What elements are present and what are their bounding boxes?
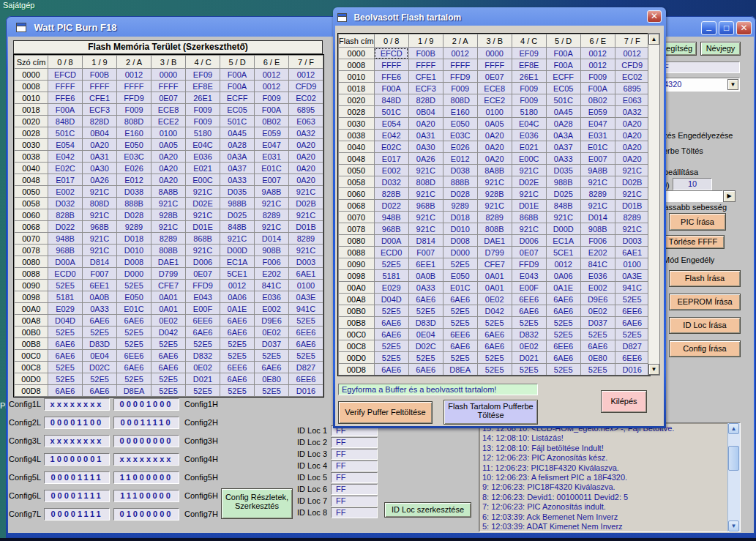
hex-cell[interactable]: 6AE6 (374, 364, 408, 376)
hex-cell[interactable]: D006 (186, 256, 220, 268)
hex-cell[interactable]: 948B (374, 212, 408, 223)
hex-cell[interactable]: 908B (255, 245, 289, 256)
hex-cell[interactable]: EFCD (374, 48, 408, 59)
idloc-field[interactable]: FF (331, 460, 378, 471)
hex-cell[interactable]: D022 (374, 200, 408, 212)
hex-cell[interactable]: 0A37 (220, 163, 255, 174)
main-window-titlebar[interactable]: Watt PIC Burn F18 (16, 20, 116, 34)
hex-cell[interactable]: 0012 (580, 48, 615, 59)
dialog-table-scrollbar[interactable]: ▲ ▼ (648, 33, 660, 376)
hex-cell[interactable]: D025 (546, 188, 580, 200)
hex-cell[interactable]: 0E02 (512, 340, 546, 352)
desktop-icon-label[interactable]: Sajátgép (3, 1, 34, 10)
hex-cell[interactable]: 6AE6 (48, 338, 83, 350)
hex-cell[interactable]: 0012 (255, 81, 289, 92)
hex-cell[interactable]: D01B (289, 221, 323, 233)
hex-cell[interactable]: 921C (289, 209, 323, 221)
scrollbar-thumb[interactable] (728, 446, 739, 471)
hex-cell[interactable]: 988B (220, 198, 255, 209)
pic-type-select[interactable]: 4320 ▼ (661, 78, 740, 92)
hex-cell[interactable]: E01C (117, 303, 151, 315)
hex-cell[interactable]: FFD9 (443, 71, 477, 83)
hex-cell[interactable]: F006 (580, 235, 615, 247)
hex-cell[interactable]: 0A1E (220, 303, 255, 315)
eeprom-write-button[interactable]: EEPROM Írása (669, 294, 741, 310)
scroll-down-icon[interactable]: ▼ (728, 521, 739, 531)
hex-cell[interactable]: D032 (48, 198, 83, 209)
hex-cell[interactable]: 6AE6 (408, 294, 443, 305)
hex-cell[interactable]: 0A45 (546, 106, 580, 118)
idloc-field[interactable]: FF (331, 437, 378, 448)
hex-cell[interactable]: EC05 (220, 104, 255, 116)
hex-cell[interactable]: E036 (186, 151, 220, 163)
hex-cell[interactable]: 921C (83, 209, 117, 221)
hex-cell[interactable]: 841C (255, 280, 289, 291)
hex-cell[interactable]: FFFF (408, 59, 443, 71)
hex-cell[interactable]: E017 (48, 174, 83, 186)
idloc-write-button[interactable]: ID Loc Írása (669, 317, 741, 334)
hex-cell[interactable]: E00C (186, 174, 220, 186)
hex-cell[interactable]: 52E5 (546, 364, 580, 376)
hex-cell[interactable]: 6AE6 (443, 340, 477, 352)
hex-cell[interactable]: D832 (512, 329, 546, 340)
hex-cell[interactable]: E202 (580, 247, 615, 258)
hex-cell[interactable]: 921C (186, 209, 220, 221)
hex-cell[interactable]: 0012 (580, 59, 615, 71)
hex-cell[interactable]: ECD0 (374, 247, 408, 258)
hex-cell[interactable]: 52E5 (186, 385, 220, 397)
hex-cell[interactable]: 921C (151, 198, 186, 209)
hex-cell[interactable]: D00D (546, 223, 580, 235)
hex-cell[interactable]: 0100 (477, 106, 512, 118)
hex-cell[interactable]: CFE7 (151, 280, 186, 291)
hex-cell[interactable]: 0A05 (151, 139, 186, 151)
hex-cell[interactable]: F007 (83, 268, 117, 280)
hex-cell[interactable]: E036 (512, 130, 546, 141)
hex-cell[interactable]: 52E5 (512, 364, 546, 376)
hex-cell[interactable]: 0100 (151, 127, 186, 139)
hex-cell[interactable]: 0E04 (83, 350, 117, 362)
hex-cell[interactable]: F009 (512, 94, 546, 106)
hex-cell[interactable]: D008 (443, 235, 477, 247)
hex-cell[interactable]: E050 (443, 118, 477, 130)
hex-cell[interactable]: 0E04 (408, 329, 443, 340)
hex-cell[interactable]: 52E5 (255, 350, 289, 362)
hex-cell[interactable]: 52E5 (477, 364, 512, 376)
hex-cell[interactable]: 6AE6 (477, 329, 512, 340)
hex-cell[interactable]: 921C (477, 176, 512, 188)
hex-cell[interactable]: 52E5 (151, 373, 186, 385)
hex-cell[interactable]: 921C (83, 245, 117, 256)
hex-cell[interactable]: F009 (512, 83, 546, 94)
hex-cell[interactable]: 0A33 (220, 174, 255, 186)
hex-cell[interactable]: 6AE6 (83, 385, 117, 397)
hex-cell[interactable]: DAE1 (151, 256, 186, 268)
hex-cell[interactable]: E04C (512, 118, 546, 130)
hex-cell[interactable]: D000 (443, 247, 477, 258)
hex-cell[interactable]: 0A3A (546, 130, 580, 141)
hex-cell[interactable]: 6EE1 (83, 280, 117, 291)
chevron-down-icon[interactable]: ▼ (727, 79, 738, 90)
config-l-field[interactable]: 00001111 (44, 490, 110, 502)
hex-cell[interactable]: D9E6 (255, 315, 289, 327)
hex-cell[interactable]: 6EE6 (546, 340, 580, 352)
hex-cell[interactable]: 921C (477, 200, 512, 212)
hex-cell[interactable]: 6EE6 (443, 329, 477, 340)
hex-cell[interactable]: 921C (151, 221, 186, 233)
hex-cell[interactable]: ECFF (220, 92, 255, 104)
hex-cell[interactable]: 52E5 (443, 258, 477, 270)
hex-cell[interactable]: 0A20 (151, 163, 186, 174)
pic-write-button[interactable]: PIC Írása (669, 213, 726, 231)
hex-cell[interactable]: 0B04 (408, 106, 443, 118)
hex-cell[interactable]: E029 (374, 282, 408, 294)
hex-cell[interactable]: 0A20 (477, 141, 512, 153)
hex-cell[interactable]: E04C (186, 139, 220, 151)
hex-cell[interactable]: D827 (289, 362, 323, 373)
config-l-field[interactable]: 00001111 (44, 471, 110, 484)
hex-cell[interactable]: D032 (374, 176, 408, 188)
hex-cell[interactable]: 0E80 (255, 373, 289, 385)
exit-button[interactable]: Kilépés (601, 390, 647, 413)
hex-cell[interactable]: 0A20 (615, 153, 649, 165)
load-to-buffer-button[interactable]: Flash Tartalom Pufferbe Töltése (444, 400, 538, 425)
hex-cell[interactable]: D02C (408, 340, 443, 352)
hex-cell[interactable]: D00A (48, 256, 83, 268)
hex-cell[interactable]: E017 (374, 153, 408, 165)
